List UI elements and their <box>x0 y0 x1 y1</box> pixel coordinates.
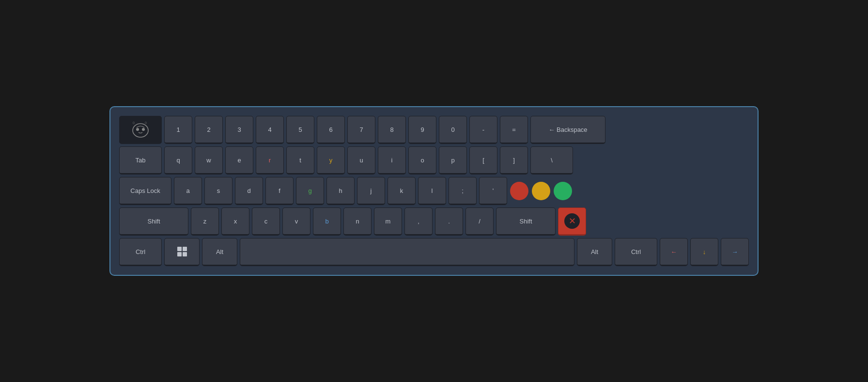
key-period[interactable]: . <box>435 207 463 236</box>
windows-icon <box>177 246 187 257</box>
key-ctrl-right[interactable]: Ctrl <box>615 238 657 266</box>
circle-yellow[interactable] <box>532 182 550 200</box>
asdf-row: Caps Lock a s d f g h j k l ; ' <box>119 177 749 205</box>
key-7[interactable]: 7 <box>347 116 375 144</box>
bottom-row: Ctrl Alt Alt Ctrl ← ↓ → <box>119 238 749 266</box>
key-p[interactable]: p <box>439 146 467 175</box>
key-e[interactable]: e <box>225 146 253 175</box>
circle-green[interactable] <box>554 182 572 200</box>
key-arrow-left[interactable]: ← <box>660 238 688 266</box>
key-capslock[interactable]: Caps Lock <box>119 177 171 205</box>
key-k[interactable]: k <box>388 177 416 205</box>
key-shift-up[interactable]: ✕ <box>558 207 586 236</box>
key-u[interactable]: u <box>347 146 375 175</box>
svg-text:0: 0 <box>133 121 135 125</box>
key-backspace[interactable]: ← Backspace <box>530 116 605 144</box>
key-r[interactable]: r <box>256 146 284 175</box>
key-shift-left[interactable]: Shift <box>119 207 188 236</box>
key-circles <box>510 177 573 205</box>
key-o[interactable]: o <box>408 146 436 175</box>
key-quote[interactable]: ' <box>479 177 507 205</box>
key-v[interactable]: v <box>282 207 310 236</box>
number-row: 0 0 1 2 3 4 5 6 7 8 9 0 - = ← Backspace <box>119 116 749 144</box>
key-win[interactable] <box>164 238 200 266</box>
svg-text:0: 0 <box>145 121 147 125</box>
key-s[interactable]: s <box>204 177 232 205</box>
key-z[interactable]: z <box>191 207 219 236</box>
finder-key[interactable]: 0 0 <box>119 116 162 144</box>
key-8[interactable]: 8 <box>378 116 406 144</box>
key-equals[interactable]: = <box>500 116 528 144</box>
svg-point-3 <box>142 128 145 131</box>
key-lbracket[interactable]: [ <box>469 146 497 175</box>
key-b[interactable]: b <box>313 207 341 236</box>
key-9[interactable]: 9 <box>408 116 436 144</box>
key-slash[interactable]: / <box>465 207 494 236</box>
key-l[interactable]: l <box>418 177 446 205</box>
key-shift-right[interactable]: Shift <box>496 207 556 236</box>
key-2[interactable]: 2 <box>195 116 223 144</box>
key-comma[interactable]: , <box>404 207 433 236</box>
key-w[interactable]: w <box>195 146 223 175</box>
key-1[interactable]: 1 <box>164 116 192 144</box>
key-m[interactable]: m <box>374 207 402 236</box>
svg-rect-6 <box>177 247 182 251</box>
key-tab[interactable]: Tab <box>119 146 162 175</box>
key-0[interactable]: 0 <box>439 116 467 144</box>
up-arrow-circle: ✕ <box>564 213 580 229</box>
keyboard: 0 0 1 2 3 4 5 6 7 8 9 0 - = ← Backspace … <box>109 106 759 276</box>
key-arrow-right[interactable]: → <box>721 238 749 266</box>
key-arrow-down[interactable]: ↓ <box>690 238 718 266</box>
key-a[interactable]: a <box>174 177 202 205</box>
key-g[interactable]: g <box>296 177 324 205</box>
key-alt-right[interactable]: Alt <box>577 238 612 266</box>
key-y[interactable]: y <box>317 146 345 175</box>
key-semicolon[interactable]: ; <box>449 177 477 205</box>
key-6[interactable]: 6 <box>317 116 345 144</box>
key-f[interactable]: f <box>265 177 294 205</box>
key-q[interactable]: q <box>164 146 192 175</box>
svg-rect-9 <box>183 252 187 256</box>
svg-rect-0 <box>128 118 153 141</box>
key-space[interactable] <box>240 238 574 266</box>
svg-rect-8 <box>177 252 182 256</box>
key-alt-left[interactable]: Alt <box>202 238 237 266</box>
key-5[interactable]: 5 <box>286 116 314 144</box>
key-x[interactable]: x <box>221 207 249 236</box>
key-minus[interactable]: - <box>469 116 497 144</box>
key-h[interactable]: h <box>326 177 355 205</box>
x-icon: ✕ <box>569 216 576 226</box>
key-3[interactable]: 3 <box>225 116 253 144</box>
qwerty-row: Tab q w e r t y u i o p [ ] \ <box>119 146 749 175</box>
key-t[interactable]: t <box>286 146 314 175</box>
key-d[interactable]: d <box>235 177 263 205</box>
key-n[interactable]: n <box>343 207 372 236</box>
key-4[interactable]: 4 <box>256 116 284 144</box>
zxcv-row: Shift z x c v b n m , . / Shift ✕ <box>119 207 749 236</box>
key-c[interactable]: c <box>252 207 280 236</box>
key-rbracket[interactable]: ] <box>500 146 528 175</box>
key-backslash[interactable]: \ <box>530 146 573 175</box>
key-i[interactable]: i <box>378 146 406 175</box>
svg-rect-7 <box>183 247 187 251</box>
key-j[interactable]: j <box>357 177 385 205</box>
key-ctrl-left[interactable]: Ctrl <box>119 238 162 266</box>
svg-point-2 <box>136 128 139 131</box>
circle-red[interactable] <box>510 182 528 200</box>
